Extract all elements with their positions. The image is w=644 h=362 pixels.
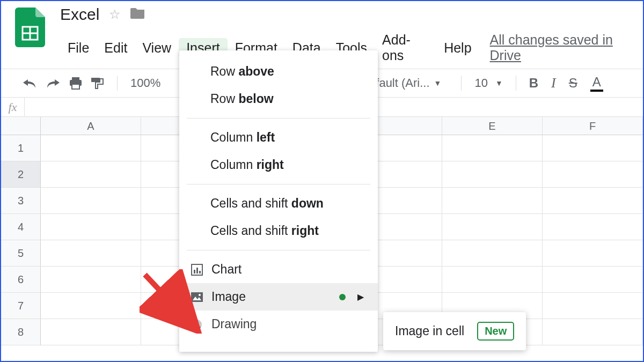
sheets-logo	[15, 8, 45, 49]
drawing-icon	[190, 317, 204, 331]
row-header[interactable]: 1	[1, 135, 41, 161]
row-header[interactable]: 2	[1, 161, 41, 188]
cell[interactable]	[543, 161, 643, 188]
text-color-button[interactable]: A	[590, 75, 603, 92]
select-all-corner[interactable]	[1, 117, 41, 135]
cell[interactable]	[543, 319, 643, 345]
row-header[interactable]: 3	[1, 188, 41, 214]
zoom-level[interactable]: 100%	[130, 76, 160, 90]
cell[interactable]	[442, 135, 543, 161]
font-size-selector[interactable]: 10▼	[474, 76, 502, 90]
cell[interactable]	[442, 240, 543, 267]
svg-rect-9	[196, 268, 198, 274]
menu-label: Drawing	[211, 317, 257, 331]
row-header[interactable]: 6	[1, 267, 41, 293]
cell[interactable]	[543, 135, 643, 161]
insert-menu-dropdown: Row above Row below Column left Column r…	[179, 50, 378, 352]
menu-image[interactable]: Image ▶	[179, 283, 378, 311]
new-badge: New	[477, 322, 514, 341]
menu-edit[interactable]: Edit	[97, 38, 135, 58]
cell[interactable]	[442, 267, 543, 293]
menu-label: Image	[211, 290, 246, 304]
menu-drawing[interactable]: Drawing	[179, 311, 378, 338]
cell[interactable]	[41, 267, 141, 293]
cell[interactable]	[543, 293, 643, 319]
column-header[interactable]: A	[41, 117, 141, 135]
save-status[interactable]: All changes saved in Drive	[490, 32, 638, 63]
svg-rect-5	[72, 84, 79, 89]
row-header[interactable]: 4	[1, 214, 41, 240]
redo-icon[interactable]	[45, 78, 61, 88]
new-dot-indicator	[339, 294, 346, 300]
chart-icon	[190, 263, 204, 277]
svg-rect-6	[91, 78, 100, 82]
cell[interactable]	[41, 319, 141, 345]
menu-cells-shift-right[interactable]: Cells and shift right	[179, 217, 378, 245]
column-header[interactable]: F	[543, 117, 643, 135]
fx-label: fx	[1, 98, 25, 116]
image-submenu: Image in cell New	[383, 312, 526, 350]
cell[interactable]	[41, 293, 141, 319]
row-header[interactable]: 7	[1, 293, 41, 319]
cell[interactable]	[543, 188, 643, 214]
cell[interactable]	[442, 161, 543, 188]
bold-button[interactable]: B	[529, 76, 538, 91]
folder-icon[interactable]	[130, 7, 145, 22]
column-header[interactable]: E	[442, 117, 543, 135]
cell[interactable]	[543, 214, 643, 240]
cell[interactable]	[442, 188, 543, 214]
document-title[interactable]: Excel	[60, 5, 99, 24]
menu-file[interactable]: File	[60, 38, 97, 58]
italic-button[interactable]: I	[551, 75, 556, 91]
image-icon	[190, 290, 204, 304]
cell[interactable]	[41, 240, 141, 267]
cell[interactable]	[41, 188, 141, 214]
menu-row-above[interactable]: Row above	[179, 58, 378, 85]
menu-help[interactable]: Help	[436, 38, 479, 58]
caret-down-icon: ▼	[434, 79, 442, 87]
svg-rect-3	[72, 77, 79, 80]
menu-column-right[interactable]: Column right	[179, 151, 378, 179]
cell[interactable]	[442, 214, 543, 240]
cell[interactable]	[543, 240, 643, 267]
svg-rect-8	[194, 270, 195, 274]
star-icon[interactable]: ☆	[109, 7, 121, 22]
menu-chart[interactable]: Chart	[179, 256, 378, 283]
menu-row-below[interactable]: Row below	[179, 85, 378, 113]
cell[interactable]	[41, 214, 141, 240]
svg-rect-11	[191, 292, 203, 302]
font-size-value: 10	[474, 76, 487, 90]
svg-rect-10	[199, 271, 201, 274]
submenu-image-in-cell[interactable]: Image in cell	[395, 324, 464, 338]
font-label: fault (Ari...	[376, 76, 429, 90]
menu-addons[interactable]: Add-ons	[375, 30, 436, 65]
cell[interactable]	[41, 161, 141, 188]
paint-format-icon[interactable]	[90, 77, 104, 90]
row-header[interactable]: 8	[1, 319, 41, 345]
print-icon[interactable]	[69, 77, 83, 90]
svg-point-13	[199, 294, 201, 296]
menu-view[interactable]: View	[135, 38, 179, 58]
menu-cells-shift-down[interactable]: Cells and shift down	[179, 190, 378, 217]
strikethrough-button[interactable]: S	[569, 76, 577, 91]
menu-column-left[interactable]: Column left	[179, 124, 378, 151]
menu-label: Chart	[211, 262, 241, 277]
undo-icon[interactable]	[21, 78, 38, 88]
cell[interactable]	[543, 267, 643, 293]
caret-down-icon: ▼	[495, 79, 503, 87]
cell[interactable]	[41, 135, 141, 161]
submenu-arrow-icon: ▶	[357, 292, 364, 302]
font-selector[interactable]: fault (Ari...▼	[369, 76, 448, 91]
svg-rect-15	[196, 320, 202, 327]
row-header[interactable]: 5	[1, 240, 41, 267]
